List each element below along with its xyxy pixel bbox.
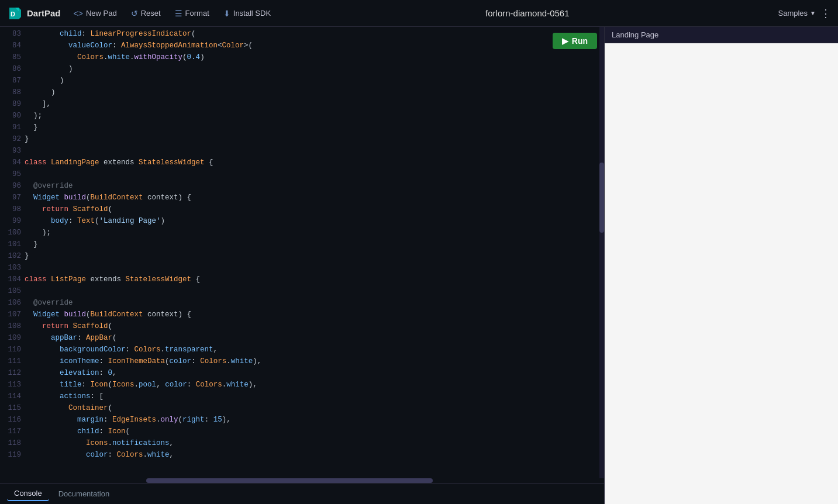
dart-logo-icon: D [7,5,23,22]
brand-name: DartPad [27,8,61,18]
install-icon: ⬇ [223,9,230,18]
code-area[interactable]: child: LinearProgressIndicator( valueCol… [25,27,604,478]
tab-console[interactable]: Console [7,486,49,501]
preview-pane: Landing Page [604,27,838,504]
run-button[interactable]: ▶ Run [553,33,597,49]
reset-button[interactable]: ↺ Reset [125,6,167,21]
editor-pane: ▶ Run 83 84 85 86 87 88 89 90 91 92 93 9… [0,27,604,504]
more-menu-icon[interactable]: ⋮ [820,7,831,20]
format-icon: ☰ [175,9,182,18]
preview-content [605,43,838,504]
brand-logo: D DartPad [7,5,61,22]
svg-text:D: D [11,11,15,18]
vertical-scrollbar[interactable] [599,27,604,478]
main-area: ▶ Run 83 84 85 86 87 88 89 90 91 92 93 9… [0,27,838,504]
format-button[interactable]: ☰ Format [169,6,215,21]
pad-title: forlorn-diamond-0561 [279,8,775,18]
tab-documentation[interactable]: Documentation [51,487,116,500]
line-numbers: 83 84 85 86 87 88 89 90 91 92 93 94 95 9… [0,27,25,478]
new-pad-button[interactable]: <> New Pad [68,6,123,21]
samples-button[interactable]: Samples ▼ [778,9,816,18]
horizontal-scrollbar[interactable] [0,478,604,483]
topnav: D DartPad <> New Pad ↺ Reset ☰ Format ⬇ … [0,0,838,27]
nav-right: Samples ▼ ⋮ [778,7,831,20]
code-text: child: LinearProgressIndicator( valueCol… [25,28,604,461]
reset-icon: ↺ [131,9,138,18]
new-pad-icon: <> [74,9,83,18]
chevron-down-icon: ▼ [810,10,816,16]
h-scroll-thumb[interactable] [146,478,433,483]
run-icon: ▶ [562,36,568,46]
preview-header: Landing Page [605,27,838,43]
bottom-tabs: Console Documentation [0,483,604,504]
editor-content[interactable]: ▶ Run 83 84 85 86 87 88 89 90 91 92 93 9… [0,27,604,478]
scroll-thumb[interactable] [599,163,604,233]
install-sdk-button[interactable]: ⬇ Install SDK [218,6,277,21]
